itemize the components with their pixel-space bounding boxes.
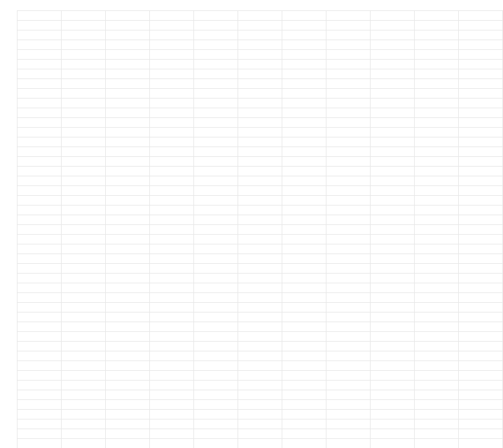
spreadsheet[interactable] — [0, 0, 503, 448]
cell-grid[interactable] — [17, 10, 503, 448]
